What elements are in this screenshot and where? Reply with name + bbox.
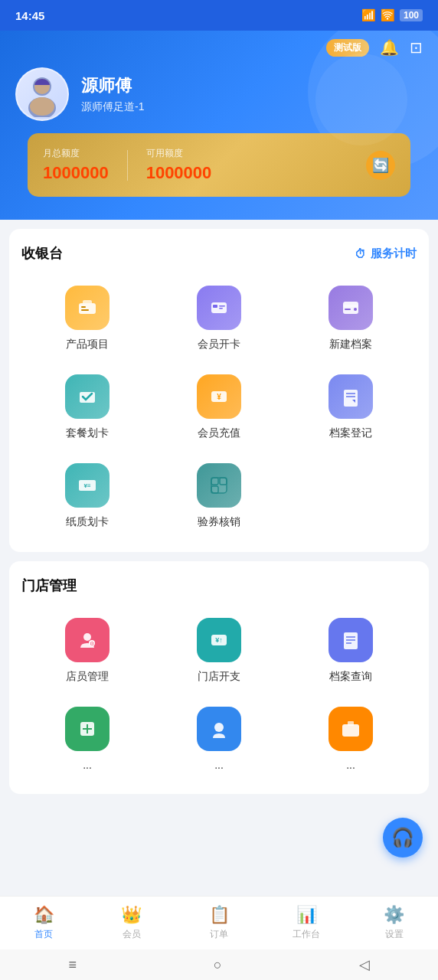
store-label-item5: ... [214, 759, 224, 771]
svg-rect-10 [219, 308, 223, 309]
monthly-value: 1000000 [43, 163, 109, 183]
store-item-store-expense[interactable]: ¥↑ 门店开支 [153, 610, 285, 691]
nav-label-member: 会员 [123, 928, 141, 941]
nav-item-order[interactable]: 📋 订单 [175, 899, 263, 947]
cashier-label-package-card: 套餐划卡 [66, 426, 109, 440]
cashier-item-member-card[interactable]: 会员开卡 [153, 278, 285, 359]
main-content: 收银台 ⏱ 服务计时 产品项目 会员开卡 新建档案 套餐划卡 ¥ 会员充值 [0, 220, 438, 909]
nav-icon-home: 🏠 [34, 905, 54, 925]
store-icon-store-expense: ¥↑ [197, 618, 241, 662]
cashier-icon-paper-card: ¥≡ [65, 463, 110, 508]
store-label-profile-query: 档案查询 [329, 670, 372, 684]
nav-item-member[interactable]: 👑 会员 [87, 899, 175, 947]
nav-label-order: 订单 [210, 928, 228, 941]
cashier-title: 收银台 [21, 244, 63, 263]
svg-rect-31 [344, 632, 358, 649]
cashier-icon-package-card [65, 374, 110, 419]
cashier-icon-verify-coupon [197, 463, 241, 508]
store-item-profile-query[interactable]: 档案查询 [285, 610, 417, 691]
store-label-item6: ... [346, 759, 355, 771]
svg-text:¥: ¥ [217, 393, 221, 401]
signal-icon: 📶 [361, 8, 376, 22]
back-button[interactable]: ◁ [359, 956, 370, 973]
home-button[interactable]: ○ [214, 957, 222, 973]
svg-point-38 [214, 723, 224, 732]
cashier-item-profile-register[interactable]: 档案登记 [285, 367, 417, 448]
cashier-item-product[interactable]: 产品项目 [21, 278, 153, 359]
profile-info: 源师傅 源师傅足道-1 [81, 74, 144, 114]
monthly-label: 月总额度 [43, 147, 109, 160]
cashier-item-new-profile[interactable]: 新建档案 [285, 278, 417, 359]
profile-row: 源师傅 源师傅足道-1 [15, 67, 423, 121]
avatar [15, 67, 69, 121]
nav-item-home[interactable]: 🏠 首页 [0, 899, 87, 947]
cashier-item-package-card[interactable]: 套餐划卡 [21, 367, 153, 448]
cashier-label-paper-card: 纸质划卡 [66, 515, 109, 529]
service-timer-button[interactable]: ⏱ 服务计时 [355, 247, 417, 261]
cashier-label-verify-coupon: 验券核销 [198, 515, 240, 529]
svg-rect-11 [343, 302, 358, 314]
cashier-item-verify-coupon[interactable]: 验券核销 [153, 456, 285, 537]
cashier-header: 收银台 ⏱ 服务计时 [21, 244, 417, 263]
cashier-item-paper-card[interactable]: ¥≡ 纸质划卡 [21, 456, 153, 537]
cashier-label-member-recharge: 会员充值 [198, 426, 240, 440]
available-value: 1000000 [146, 163, 212, 183]
store-label-staff-manage: 店员管理 [66, 670, 109, 684]
credit-divider [127, 150, 128, 181]
svg-rect-22 [211, 478, 227, 493]
nav-item-workspace[interactable]: 📊 工作台 [263, 899, 350, 947]
store-icon-profile-query [328, 618, 373, 662]
svg-text:¥≡: ¥≡ [83, 482, 90, 489]
svg-rect-6 [81, 309, 89, 311]
cashier-label-product: 产品项目 [66, 338, 109, 351]
svg-rect-9 [219, 305, 225, 307]
svg-point-26 [83, 633, 91, 641]
store-icon-item6 [328, 707, 373, 751]
cashier-item-member-recharge[interactable]: ¥ 会员充值 [153, 367, 285, 448]
support-button[interactable]: 🎧 [383, 818, 423, 858]
android-nav: ≡ ○ ◁ [0, 949, 438, 980]
test-badge: 测试版 [326, 39, 369, 57]
cashier-icon-member-recharge: ¥ [197, 374, 241, 419]
svg-rect-12 [343, 305, 358, 307]
svg-rect-17 [344, 390, 358, 407]
nav-icon-workspace: 📊 [296, 905, 317, 925]
svg-rect-5 [81, 306, 86, 308]
store-icon-item5 [197, 707, 241, 751]
status-icons: 📶 🛜 100 [361, 8, 423, 22]
svg-rect-39 [342, 724, 359, 737]
cashier-icon-profile-register [328, 374, 373, 419]
support-icon: 🎧 [391, 827, 414, 848]
cashier-grid: 产品项目 会员开卡 新建档案 套餐划卡 ¥ 会员充值 档案登记 ¥≡ 纸质划卡 [21, 278, 417, 537]
store-header: 门店管理 [21, 577, 417, 595]
store-grid: ⚙ 店员管理 ¥↑ 门店开支 档案查询 ... ... ... [21, 610, 417, 779]
nav-icon-settings: ⚙️ [384, 905, 404, 925]
cashier-label-member-card: 会员开卡 [198, 338, 240, 351]
status-bar: 14:45 📶 🛜 100 [0, 0, 438, 31]
store-item-item4[interactable]: ... [21, 699, 153, 779]
store-item-item5[interactable]: ... [153, 699, 285, 779]
nav-icon-member: 👑 [121, 905, 142, 925]
store-section: 门店管理 ⚙ 店员管理 ¥↑ 门店开支 档案查询 ... ... ... [9, 561, 429, 794]
profile-sub: 源师傅足道-1 [81, 100, 144, 114]
store-item-staff-manage[interactable]: ⚙ 店员管理 [21, 610, 153, 691]
store-icon-staff-manage: ⚙ [65, 618, 110, 662]
nav-icon-order: 📋 [209, 905, 230, 925]
header: 测试版 🔔 ⊡ 源师傅 源师傅足道-1 月总额度 1000000 [0, 31, 438, 220]
scan-icon[interactable]: ⊡ [410, 38, 423, 57]
menu-button[interactable]: ≡ [68, 957, 77, 973]
store-label-store-expense: 门店开支 [198, 670, 240, 684]
store-item-item6[interactable]: ... [285, 699, 417, 779]
profile-name: 源师傅 [81, 74, 144, 97]
battery-label: 100 [400, 9, 423, 21]
svg-rect-4 [79, 303, 96, 314]
credit-card: 月总额度 1000000 可用额度 1000000 🔄 [28, 133, 410, 197]
notification-icon[interactable]: 🔔 [380, 38, 399, 57]
credit-info: 月总额度 1000000 可用额度 1000000 [43, 147, 211, 183]
bottom-nav: 🏠 首页 👑 会员 📋 订单 📊 工作台 ⚙️ 设置 [0, 896, 438, 949]
refresh-button[interactable]: 🔄 [366, 151, 395, 180]
nav-item-settings[interactable]: ⚙️ 设置 [351, 899, 438, 947]
header-top: 测试版 🔔 ⊡ [15, 38, 423, 57]
svg-rect-8 [213, 305, 217, 308]
available-credit: 可用额度 1000000 [146, 147, 212, 183]
